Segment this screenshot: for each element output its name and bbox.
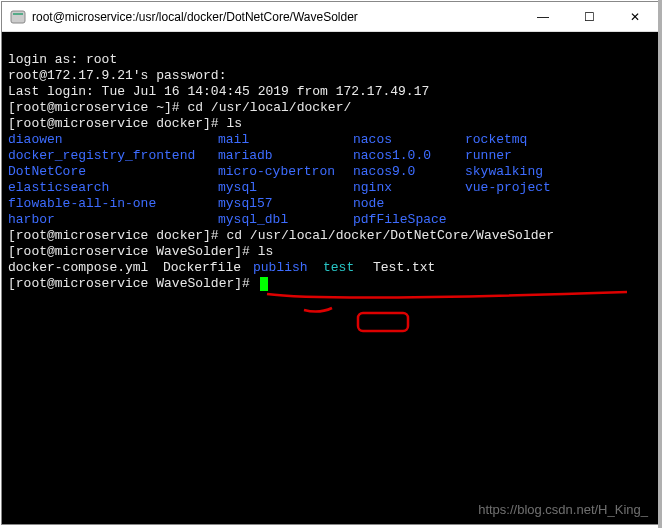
terminal-window: root@microservice:/usr/local/docker/DotN… <box>1 1 659 525</box>
watermark: https://blog.csdn.net/H_King_ <box>478 502 648 518</box>
prompt-line-3: [root@microservice docker]# cd /usr/loca… <box>8 228 554 243</box>
close-button[interactable]: ✕ <box>612 2 658 31</box>
terminal-icon <box>10 9 26 25</box>
prompt-line-1: [root@microservice ~]# cd /usr/local/doc… <box>8 100 351 115</box>
annotation-box-test-icon <box>310 296 411 355</box>
prompt-line-4: [root@microservice WaveSolder]# ls <box>8 244 273 259</box>
ls-row-3: elasticsearchmysqlnginxvue-project <box>8 180 551 195</box>
login-prompt: login as: root <box>8 52 117 67</box>
terminal-body[interactable]: login as: root root@172.17.9.21's passwo… <box>2 32 658 524</box>
ls-row-1: docker_registry_frontendmariadbnacos1.0.… <box>8 148 512 163</box>
window-controls: — ☐ ✕ <box>520 2 658 31</box>
password-prompt: root@172.17.9.21's password: <box>8 68 226 83</box>
svg-rect-2 <box>358 313 408 331</box>
cursor-icon <box>260 277 268 291</box>
window-titlebar: root@microservice:/usr/local/docker/DotN… <box>2 2 658 32</box>
ls-row-5: harbormysql_dblpdfFileSpace <box>8 212 465 227</box>
prompt-line-5: [root@microservice WaveSolder]# <box>8 276 268 291</box>
prompt-line-2: [root@microservice docker]# ls <box>8 116 242 131</box>
window-title: root@microservice:/usr/local/docker/DotN… <box>32 10 520 24</box>
svg-rect-0 <box>11 11 25 23</box>
annotation-underline-1-icon <box>220 272 627 329</box>
ls-row-4: flowable-all-in-onemysql57node <box>8 196 465 211</box>
ls2-row: docker-compose.ymlDockerfilepublishtestT… <box>8 260 435 275</box>
annotation-underline-2-icon <box>257 288 334 339</box>
minimize-button[interactable]: — <box>520 2 566 31</box>
right-edge-decoration <box>658 0 662 528</box>
maximize-button[interactable]: ☐ <box>566 2 612 31</box>
ls-row-0: diaowenmailnacosrocketmq <box>8 132 527 147</box>
ls-row-2: DotNetCoremicro-cybertronnacos9.0skywalk… <box>8 164 543 179</box>
last-login: Last login: Tue Jul 16 14:04:45 2019 fro… <box>8 84 429 99</box>
svg-rect-1 <box>13 13 23 15</box>
